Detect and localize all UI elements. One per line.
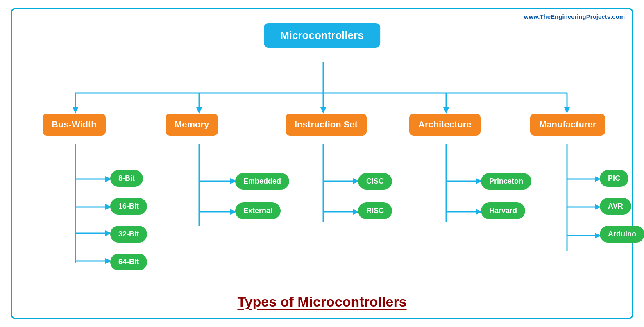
leaf-cisc: CISC xyxy=(358,173,392,190)
leaf-64bit: 64-Bit xyxy=(110,254,147,270)
leaf-avr: AVR xyxy=(600,198,631,215)
leaf-risc: RISC xyxy=(358,202,392,219)
category-architecture: Architecture xyxy=(409,114,481,136)
svg-marker-3 xyxy=(73,107,78,114)
category-manufacturer: Manufacturer xyxy=(530,114,605,136)
leaf-16bit: 16-Bit xyxy=(110,198,147,215)
svg-marker-11 xyxy=(564,107,570,114)
category-instruction-set: Instruction Set xyxy=(286,114,367,136)
leaf-external: External xyxy=(235,202,281,219)
diagram-title: Types of Microcontrollers xyxy=(237,294,406,310)
leaf-arduino: Arduino xyxy=(600,226,644,243)
leaf-harvard: Harvard xyxy=(481,202,525,219)
root-node: Microcontrollers xyxy=(264,23,380,48)
leaf-princeton: Princeton xyxy=(481,173,531,190)
connector-lines xyxy=(12,9,632,318)
category-memory: Memory xyxy=(166,114,218,136)
leaf-pic: PIC xyxy=(600,170,628,187)
diagram-container: www.TheEngineeringProjects.com Microcont… xyxy=(11,8,633,319)
svg-marker-5 xyxy=(196,107,202,114)
category-bus-width: Bus-Width xyxy=(43,114,106,136)
svg-marker-9 xyxy=(443,107,449,114)
watermark: www.TheEngineeringProjects.com xyxy=(524,13,625,20)
leaf-8bit: 8-Bit xyxy=(110,170,143,187)
svg-marker-7 xyxy=(320,107,326,114)
leaf-embedded: Embedded xyxy=(235,173,289,190)
leaf-32bit: 32-Bit xyxy=(110,226,147,243)
